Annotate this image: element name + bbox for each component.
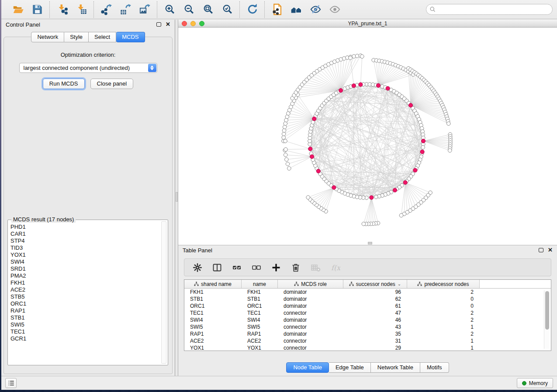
run-mcds-button[interactable]: Run MCDS	[43, 79, 85, 89]
table-row[interactable]: ORC1ORC1dominator610	[184, 303, 551, 309]
zoom-out-icon[interactable]	[182, 3, 195, 16]
mcds-result-item[interactable]: SRD1	[10, 265, 161, 272]
table-scrollbar[interactable]	[544, 290, 550, 349]
export-table-icon[interactable]	[119, 3, 132, 16]
column-header-successor-nodes[interactable]: successor nodes⌄	[343, 280, 407, 288]
table-row[interactable]: YOX1YOX1connector291	[184, 344, 551, 351]
table-cell: 96	[343, 289, 407, 295]
export-image-icon[interactable]	[138, 3, 151, 16]
network-nodes[interactable]	[282, 54, 453, 226]
zoom-fit-icon[interactable]	[201, 3, 214, 16]
splitter-grab-handle[interactable]	[176, 192, 178, 202]
mcds-result-item[interactable]: ACE2	[10, 286, 161, 293]
network-view-window: YPA_prune.txt_1	[178, 20, 557, 245]
mcds-result-item[interactable]: STB1	[10, 314, 161, 321]
table-row[interactable]: SWI5SWI5connector431	[184, 323, 551, 330]
svg-text:f(x): f(x)	[331, 263, 340, 272]
new-network-from-selection-icon[interactable]	[270, 3, 284, 16]
table-row[interactable]: ACE2ACE2connector311	[184, 337, 551, 344]
memory-button[interactable]: Memory	[517, 378, 553, 388]
import-table-icon[interactable]	[75, 3, 88, 16]
column-label: shared name	[201, 281, 232, 287]
refresh-icon[interactable]	[246, 3, 259, 16]
mcds-result-item[interactable]: STP4	[10, 237, 161, 244]
table-scrollbar-thumb[interactable]	[545, 291, 549, 330]
mcds-result-scrollbar[interactable]	[161, 221, 166, 364]
mcds-result-item[interactable]: RAP1	[10, 307, 161, 314]
mcds-result-item[interactable]: SWI5	[10, 321, 161, 328]
mcds-result-item[interactable]: PHD1	[10, 224, 161, 230]
mcds-result-item[interactable]: ORC1	[10, 300, 161, 307]
table-cell: 1	[407, 324, 480, 330]
table-row[interactable]: STB1STB1dominator620	[184, 296, 551, 303]
mcds-result-list[interactable]: PHD1CAR1STP4TID3YOX1SWI4SRD1PMA2FKH1ACE2…	[10, 224, 161, 364]
save-icon[interactable]	[31, 3, 44, 16]
table-row[interactable]: FKH1FKH1dominator962	[184, 289, 551, 296]
search-icon	[429, 6, 436, 13]
toolbar-group	[6, 3, 49, 16]
search-input[interactable]	[426, 4, 553, 15]
table-tabs: Node TableEdge TableNetwork TableMotifs	[178, 362, 557, 373]
split-panel-icon[interactable]	[211, 262, 223, 273]
hide-selected-icon[interactable]	[309, 3, 322, 16]
column-header-shared-name[interactable]: shared name	[184, 280, 242, 288]
tab-network[interactable]: Network	[31, 32, 64, 42]
close-table-panel-icon[interactable]: ✕	[548, 248, 553, 252]
tree-icon	[294, 282, 299, 286]
open-icon[interactable]	[11, 3, 24, 16]
export-network-icon[interactable]	[100, 3, 113, 16]
mcds-result-item[interactable]: SWI4	[10, 258, 161, 265]
optimization-criterion-select[interactable]: largest connected component (undirected)	[19, 63, 157, 73]
network-graph[interactable]	[178, 28, 557, 245]
deselect-all-icon[interactable]	[250, 262, 263, 273]
show-all-icon[interactable]	[328, 3, 341, 16]
table-row[interactable]: RAP1RAP1dominator352	[184, 330, 551, 337]
close-panel-button[interactable]: Close panel	[90, 79, 134, 89]
delete-column-icon[interactable]	[290, 262, 302, 273]
tab-mcds[interactable]: MCDS	[116, 32, 145, 42]
zoom-in-icon[interactable]	[163, 3, 176, 16]
tab-node-table[interactable]: Node Table	[286, 362, 329, 373]
mcds-result-item[interactable]: GCR1	[10, 335, 161, 342]
table-panel: Table Panel ✕ f(x) shared namenameMCDS r…	[178, 245, 557, 376]
task-history-button[interactable]	[5, 378, 17, 388]
table-row[interactable]: SWI4SWI4dominator462	[184, 316, 551, 323]
mcds-result-item[interactable]: FKH1	[10, 279, 161, 286]
control-panel: Control Panel ✕ NetworkStyleSelectMCDS O…	[1, 20, 175, 376]
network-canvas[interactable]	[178, 28, 557, 245]
table-cell: FKH1	[184, 289, 242, 295]
tab-motifs[interactable]: Motifs	[420, 362, 449, 373]
tab-edge-table[interactable]: Edge Table	[329, 362, 371, 373]
table-cell: 47	[343, 310, 407, 316]
column-header-MCDS-role[interactable]: MCDS role	[278, 280, 343, 288]
tab-style[interactable]: Style	[64, 32, 89, 42]
column-label: predecessor nodes	[424, 281, 469, 287]
close-panel-icon[interactable]: ✕	[166, 22, 170, 27]
mcds-result-item[interactable]: CAR1	[10, 230, 161, 237]
mcds-result-item[interactable]: STB5	[10, 293, 161, 300]
table-cell: 62	[343, 296, 407, 302]
column-header-name[interactable]: name	[242, 280, 278, 288]
select-all-icon[interactable]	[231, 262, 243, 273]
mcds-result-item[interactable]: TEC1	[10, 328, 161, 335]
float-table-panel-icon[interactable]	[539, 248, 543, 252]
table-row[interactable]: TEC1TEC1connector472	[184, 309, 551, 316]
settings-icon[interactable]	[191, 262, 204, 273]
table-cell: FKH1	[242, 289, 278, 295]
float-panel-icon[interactable]	[156, 22, 161, 27]
horizontal-splitter-handle[interactable]	[368, 242, 372, 244]
add-column-icon[interactable]	[270, 262, 282, 273]
first-neighbors-icon[interactable]	[290, 3, 303, 16]
column-header-predecessor-nodes[interactable]: predecessor nodes	[407, 280, 480, 288]
tab-network-table[interactable]: Network Table	[371, 362, 420, 373]
vertical-splitter[interactable]	[175, 20, 178, 376]
mcds-result-item[interactable]: YOX1	[10, 251, 161, 258]
node-table[interactable]: shared namenameMCDS rolesuccessor nodes⌄…	[184, 279, 551, 351]
zoom-selected-icon[interactable]	[221, 3, 234, 16]
table-cell: connector	[278, 310, 343, 316]
table-cell: RAP1	[242, 331, 278, 337]
tab-select[interactable]: Select	[89, 32, 116, 42]
import-network-icon[interactable]	[55, 3, 69, 16]
mcds-result-item[interactable]: PMA2	[10, 272, 161, 279]
mcds-result-item[interactable]: TID3	[10, 244, 161, 251]
